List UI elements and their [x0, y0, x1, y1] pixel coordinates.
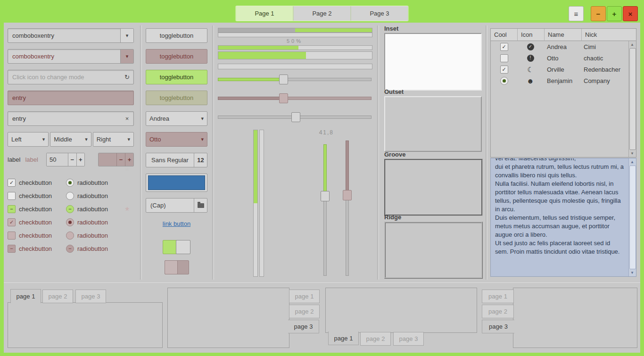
column-header-cool[interactable]: Cool	[491, 29, 518, 41]
chevron-down-icon: ▾	[42, 136, 45, 142]
treeview-scrollbar[interactable]: ▲ ▼	[628, 41, 636, 157]
comboboxentry[interactable]: ▾	[8, 28, 134, 43]
scroll-up-icon[interactable]: ▲	[629, 159, 636, 165]
togglebutton-normal[interactable]: togglebutton	[146, 28, 207, 43]
nb-top-tab-page1[interactable]: page 1	[10, 289, 41, 303]
radiobutton-unchecked[interactable]: radiobutton	[66, 192, 124, 200]
nb-right-tab-page3[interactable]: page 3	[288, 320, 319, 333]
nb-bottom-tab-page2[interactable]: page 2	[360, 332, 391, 346]
link-button[interactable]: link button	[146, 219, 207, 228]
table-row[interactable]: ! Otto chaotic	[491, 52, 636, 64]
icon-entry-input[interactable]	[12, 74, 121, 81]
nb-bottom-tab-page1[interactable]: page 1	[328, 331, 359, 345]
spinbutton-increment-button[interactable]: +	[76, 153, 85, 166]
checkbutton-unchecked[interactable]: checkbutton	[8, 192, 66, 200]
checkbox-mixed-icon: −	[8, 205, 16, 213]
nb-top-tab-page3[interactable]: page 3	[75, 290, 106, 303]
cell-name: Orville	[544, 64, 580, 75]
row-radio-checked[interactable]	[500, 77, 508, 85]
comboboxentry-input[interactable]	[12, 32, 117, 39]
combobox-right[interactable]: Right ▾	[93, 132, 134, 147]
maximize-button[interactable]: +	[607, 6, 622, 21]
nb-left-tab-page1[interactable]: page 1	[482, 290, 514, 303]
cell-nick: Company	[580, 75, 636, 86]
refresh-icon[interactable]: ↻	[121, 70, 133, 84]
close-button[interactable]: ×	[623, 6, 638, 21]
row-checkbox-checked[interactable]: ✓	[500, 66, 508, 74]
combobox-left-value: Left	[11, 136, 22, 143]
nb-right-tab-page2[interactable]: page 2	[289, 305, 320, 318]
chevron-down-icon: ▾	[126, 33, 129, 39]
radio-mixed-icon: −	[66, 205, 74, 213]
radio-dot	[68, 181, 72, 184]
column-header-icon[interactable]: Icon	[518, 29, 545, 41]
check-radio-grid: ✓ checkbutton radiobutton checkbutton	[8, 176, 134, 255]
column-header-name[interactable]: Name	[545, 29, 582, 41]
radiobutton-checked[interactable]: radiobutton	[66, 179, 124, 187]
hscale-thumb	[279, 93, 288, 103]
spinbutton-decrement-button[interactable]: −	[68, 153, 76, 166]
comboboxentry-dropdown-button[interactable]: ▾	[120, 29, 133, 42]
tab-page-2[interactable]: Page 2	[294, 6, 351, 21]
togglebutton-active[interactable]: togglebutton	[146, 70, 207, 84]
checkbutton-mixed[interactable]: − checkbutton	[8, 205, 66, 213]
tab-page-3[interactable]: Page 3	[351, 6, 408, 21]
combobox-left[interactable]: Left ▾	[8, 132, 49, 147]
radiobutton-mixed[interactable]: − radiobutton	[66, 205, 124, 213]
table-row[interactable]: ✓ ✓ Andrea Cimi	[491, 41, 636, 52]
scrollbar-thumb[interactable]	[629, 166, 636, 269]
spinbutton-disabled-input	[99, 153, 116, 166]
table-row[interactable]: ✓ ☾ Orville Redenbacher	[491, 64, 636, 75]
hscale-no-fill[interactable]	[218, 112, 372, 121]
nb-left-tab-page2[interactable]: page 2	[482, 305, 514, 318]
row-checkbox-checked[interactable]: ✓	[500, 43, 508, 51]
progress-value-label: 50%	[217, 38, 372, 44]
scroll-down-icon[interactable]: ▼	[629, 150, 636, 157]
nb-right-tab-page1[interactable]: page 1	[289, 290, 320, 303]
combobox-middle[interactable]: Middle ▾	[50, 132, 91, 147]
nb-top-tab-page2[interactable]: page 2	[42, 290, 73, 303]
column-header-nick[interactable]: Nick	[582, 29, 629, 41]
textview[interactable]: vel erat. Maecenas dignissim, dui et pha…	[490, 158, 636, 277]
tab-page-1[interactable]: Page 1	[236, 6, 294, 21]
entry-input[interactable]	[12, 115, 121, 122]
switch-on[interactable]	[163, 240, 190, 254]
font-button[interactable]: Sans Regular 12	[146, 153, 207, 167]
nb-left-tab-page3[interactable]: page 3	[482, 320, 514, 333]
minimize-button[interactable]: −	[591, 6, 606, 21]
hscale[interactable]	[218, 75, 372, 83]
checkbutton-checked[interactable]: ✓ checkbutton	[8, 179, 66, 187]
table-row[interactable]: ☻ Benjamin Company	[491, 75, 636, 86]
nb-bottom-tab-page3[interactable]: page 3	[393, 332, 424, 346]
icon-entry[interactable]: ↻	[8, 70, 134, 84]
vscale[interactable]	[321, 144, 329, 276]
spinbutton-input[interactable]	[47, 153, 68, 166]
hscale-thumb[interactable]	[279, 75, 288, 84]
dash-glyph: −	[10, 246, 13, 251]
label-spin-row: label label − + − +	[8, 153, 134, 166]
menu-button[interactable]: ≡	[569, 6, 584, 21]
moon-icon: ☾	[527, 66, 533, 73]
scroll-down-icon[interactable]: ▼	[629, 270, 636, 276]
combobox-andrea[interactable]: Andrea ▾	[146, 111, 207, 126]
hscale-thumb[interactable]	[291, 112, 300, 122]
scroll-up-icon[interactable]: ▲	[629, 41, 636, 48]
frame-inset	[384, 33, 482, 91]
textview-scrollbar[interactable]: ▲ ▼	[628, 158, 636, 276]
scrollbar-thumb[interactable]	[629, 48, 636, 150]
textview-text: vel erat. Maecenas dignissim, dui et pha…	[491, 158, 629, 276]
vscale-thumb[interactable]	[321, 191, 330, 201]
switch-off-disabled	[165, 260, 189, 274]
close-icon: ×	[628, 10, 633, 18]
header-corner	[629, 29, 636, 41]
color-button[interactable]	[146, 174, 207, 192]
radiobutton-label: radiobutton	[77, 192, 108, 199]
row-checkbox-unchecked[interactable]	[500, 54, 508, 62]
nb-left-content	[513, 288, 637, 348]
switch-handle[interactable]	[176, 240, 190, 254]
checkbox-checked-disabled-icon: ✓	[8, 218, 16, 226]
entry[interactable]: ×	[8, 111, 134, 126]
checkbutton-checked-disabled: ✓ checkbutton	[8, 218, 66, 226]
file-chooser-button[interactable]: (Cap)	[146, 198, 207, 213]
clear-icon[interactable]: ×	[121, 112, 133, 125]
